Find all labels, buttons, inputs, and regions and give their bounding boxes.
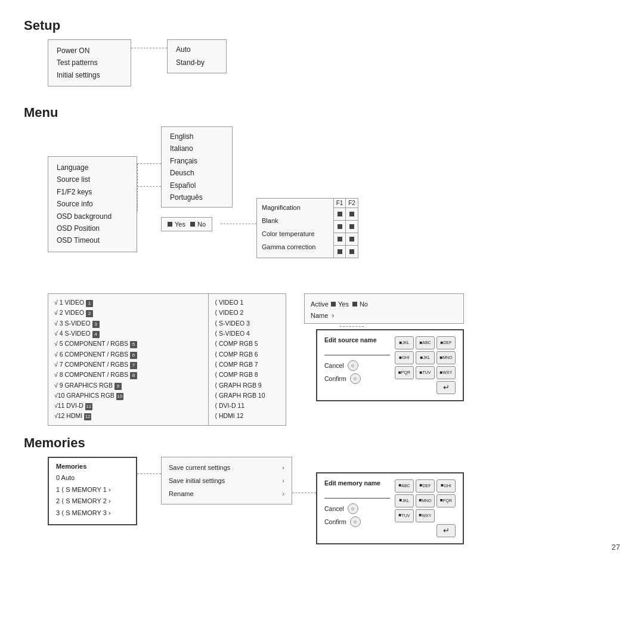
edit-memory-box: Edit memory name Cancel ○ Confirm ○ — [316, 472, 464, 544]
menu-conn-f1f2 — [137, 186, 161, 187]
key-abc[interactable]: ■ABC — [416, 336, 435, 349]
setup-sub-box: Auto Stand-by — [167, 39, 227, 73]
f1-row1 — [334, 208, 346, 220]
key-mno[interactable]: ■MNO — [436, 351, 456, 364]
f1f2-gamma: Gamma correction — [262, 240, 329, 253]
page-number: 27 — [612, 543, 620, 552]
src-4: √ 4 S-VIDEO 4 — [54, 329, 202, 339]
src-6: √ 6 COMPONENT / RGBS 6 — [54, 349, 202, 360]
source-section: √ 1 VIDEO 1 √ 2 VIDEO 2 √ 3 S-VIDEO 3 √ … — [48, 293, 620, 426]
f1f2-colortemp: Color temperature — [262, 227, 329, 240]
mem-key-1[interactable]: ■ABC — [395, 479, 414, 493]
key-tuv[interactable]: ■TUV — [416, 366, 435, 379]
mem-cancel-btn[interactable]: ○ — [348, 503, 358, 514]
mem-3: 3 ⟨ S MEMORY 3 › — [56, 507, 129, 519]
yes-label: Yes — [175, 221, 185, 228]
keypad: ■JKL ■ABC ■DEF ■GHI ■JKL ■MNO ■PQR ■TUV … — [395, 336, 456, 394]
mem-1: 1 ⟨ S MEMORY 1 › — [56, 484, 129, 496]
edit-source-box: Edit source name Cancel ○ Confirm ○ — [316, 329, 464, 401]
save-initial-label: Save initial settings — [169, 474, 225, 487]
yes-icon — [168, 222, 172, 227]
enter-key[interactable]: ↵ — [436, 381, 456, 394]
lang-espanol: Español — [170, 179, 224, 191]
edit-memory-title: Edit memory name — [324, 479, 390, 487]
edit-memory-input[interactable] — [324, 490, 390, 499]
setup-standby: Stand-by — [176, 57, 218, 70]
name-row: Name › — [311, 311, 457, 320]
mem-key-5[interactable]: ■MNO — [416, 494, 435, 507]
key-jkl[interactable]: ■JKL — [395, 336, 414, 349]
f1f2-grid: F1 F2 — [334, 198, 358, 258]
setup-item-initial: Initial settings — [57, 69, 122, 81]
mem-key-7[interactable]: ■TUV — [395, 509, 414, 522]
menu-conn-lang — [137, 163, 161, 164]
no-label: No — [197, 221, 206, 228]
key-ghi[interactable]: ■GHI — [395, 351, 414, 364]
confirm-btn[interactable]: ○ — [350, 373, 361, 384]
menu-main-box: Language Source list F1/F2 keys Source i… — [48, 156, 137, 252]
src-3: √ 3 S-VIDEO 3 — [54, 318, 202, 329]
src-5: √ 5 COMPONENT / RGBS 5 — [54, 339, 202, 349]
active-no: No — [360, 298, 368, 311]
src-12: √12 HDMI 12 — [54, 411, 202, 421]
memories-section: Memories Memories 0 Auto 1 ⟨ S MEMORY 1 … — [24, 435, 620, 544]
menu-osdbg: OSD background — [57, 210, 128, 222]
rename-label: Rename — [169, 487, 194, 500]
cancel-btn[interactable]: ○ — [348, 360, 358, 371]
mem-auto: 0 Auto — [56, 472, 129, 484]
setup-title: Setup — [24, 18, 620, 33]
active-label: Active — [311, 298, 329, 311]
name-label: Name — [311, 312, 328, 319]
f2-row4 — [346, 246, 358, 258]
mem-key-4[interactable]: ■JKL — [395, 494, 414, 507]
mem-cancel-row: Cancel ○ — [324, 503, 390, 514]
memories-main-box: Memories 0 Auto 1 ⟨ S MEMORY 1 › 2 ⟨ S M… — [48, 457, 137, 525]
confirm-label: Confirm — [324, 375, 346, 382]
key-def[interactable]: ■DEF — [436, 336, 456, 349]
src-1: √ 1 VIDEO 1 — [54, 298, 202, 308]
src-8: √ 8 COMPONENT / RGBS 8 — [54, 370, 202, 380]
mem-conn-h — [137, 473, 161, 474]
menu-osdpos: OSD Position — [57, 222, 128, 234]
f1-row3 — [334, 233, 346, 245]
setup-item-power: Power ON — [57, 45, 122, 57]
edit-source-title: Edit source name — [324, 336, 390, 343]
menu-title: Menu — [24, 105, 620, 120]
mem-key-3[interactable]: ■GHI — [436, 479, 456, 493]
mem-keypad: ■ABC ■DEF ■GHI ■JKL ■MNO ■PQR ■TUV ■WXY … — [395, 479, 456, 537]
mem-key-6[interactable]: ■PQR — [436, 494, 456, 507]
rename-conn-h — [292, 493, 316, 493]
save-initial-row: Save initial settings › — [169, 474, 284, 487]
memories-title: Memories — [24, 435, 620, 451]
src-7: √ 7 COMPONENT / RGBS 7 — [54, 360, 202, 370]
mem-enter-key[interactable]: ↵ — [436, 524, 456, 537]
f1f2-blank: Blank — [262, 214, 329, 227]
mem-confirm-btn[interactable]: ○ — [350, 516, 361, 527]
mem-key-2[interactable]: ■DEF — [416, 479, 435, 493]
edit-source-input[interactable] — [324, 347, 390, 355]
source-video-col: ⟨ VIDEO 1 ⟨ VIDEO 2 ⟨ S-VIDEO 3 ⟨ S-VIDE… — [209, 293, 286, 426]
f2-row2 — [346, 221, 358, 233]
mem-key-8[interactable]: ■WXY — [416, 509, 435, 522]
f1f2-magnification: Magnification — [262, 201, 329, 214]
save-box: Save current settings › Save initial set… — [161, 457, 292, 504]
source-list-box: √ 1 VIDEO 1 √ 2 VIDEO 2 √ 3 S-VIDEO 3 √ … — [48, 293, 209, 426]
mem-confirm-row: Confirm ○ — [324, 516, 390, 527]
key-jkl2[interactable]: ■JKL — [416, 351, 435, 364]
save-current-row: Save current settings › — [169, 461, 284, 474]
key-wxy[interactable]: ■WXY — [436, 366, 456, 379]
f2-header: F2 — [346, 199, 358, 208]
f1-row4 — [334, 246, 346, 258]
save-current-label: Save current settings — [169, 461, 230, 474]
menu-lang-box: English Italiano Français Deusch Español… — [161, 126, 233, 208]
lang-italiano: Italiano — [170, 143, 224, 154]
active-yes: Yes — [338, 298, 349, 311]
cancel-row: Cancel ○ — [324, 360, 390, 371]
key-pqr[interactable]: ■PQR — [395, 366, 414, 379]
menu-language: Language — [57, 162, 128, 174]
setup-auto: Auto — [176, 44, 218, 57]
confirm-row: Confirm ○ — [324, 373, 390, 384]
active-yes-icon — [331, 302, 336, 306]
src-9: √ 9 GRAPHICS RGB 9 — [54, 380, 202, 391]
mem-confirm-label: Confirm — [324, 518, 346, 525]
